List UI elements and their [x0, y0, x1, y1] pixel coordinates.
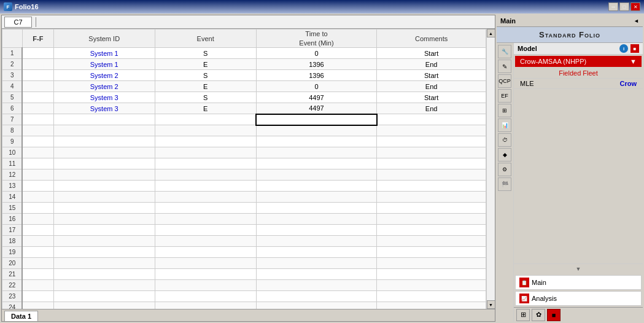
table-row[interactable]: 19 [2, 247, 486, 258]
cell-event[interactable] [155, 169, 256, 181]
cell-ff[interactable] [22, 158, 53, 169]
cell-comments[interactable] [377, 192, 486, 203]
cell-comments[interactable] [377, 225, 486, 236]
cell-sysid[interactable] [53, 203, 155, 214]
cell-ff[interactable] [22, 280, 53, 291]
cell-comments[interactable] [377, 214, 486, 225]
cell-ff[interactable] [22, 225, 53, 236]
cell-comments[interactable]: Start [377, 70, 486, 81]
table-row[interactable]: 18 [2, 236, 486, 247]
cell-sysid[interactable]: System 1 [53, 48, 155, 59]
table-row[interactable]: 20 [2, 258, 486, 269]
table-row[interactable]: 16 [2, 214, 486, 225]
cell-comments[interactable]: Start [377, 48, 486, 59]
table-row[interactable]: 9 [2, 136, 486, 147]
cell-time[interactable] [256, 192, 377, 203]
qcp-icon[interactable]: QCP [498, 74, 511, 88]
cell-sysid[interactable] [53, 225, 155, 236]
expand-arrow[interactable]: ▼ [514, 263, 643, 274]
cell-time[interactable] [256, 280, 377, 291]
cell-comments[interactable] [377, 158, 486, 169]
cell-event[interactable] [155, 225, 256, 236]
cell-sysid[interactable] [53, 291, 155, 302]
cell-comments[interactable] [377, 269, 486, 280]
info-icon[interactable]: i [619, 44, 628, 53]
cell-event[interactable]: S [155, 92, 256, 103]
config-icon[interactable]: ⚙ [498, 163, 511, 176]
cell-event[interactable]: E [155, 103, 256, 114]
table-row[interactable]: 4System 2E0End [2, 81, 486, 92]
cell-time[interactable]: 0 [256, 81, 377, 92]
cell-comments[interactable] [377, 125, 486, 136]
cell-comments[interactable] [377, 291, 486, 302]
minimize-button[interactable]: ─ [608, 2, 618, 11]
cell-ff[interactable] [22, 181, 53, 192]
table-row[interactable]: 8 [2, 125, 486, 136]
cell-sysid[interactable] [53, 247, 155, 258]
table-row[interactable]: 11 [2, 158, 486, 169]
table-row[interactable]: 5System 3S4497Start [2, 92, 486, 103]
cell-comments[interactable] [377, 280, 486, 291]
nav-item-main[interactable]: 📋 Main [515, 275, 642, 290]
cell-sysid[interactable]: System 2 [53, 70, 155, 81]
cell-sysid[interactable] [53, 192, 155, 203]
cell-ff[interactable] [22, 147, 53, 158]
cell-comments[interactable]: Start [377, 92, 486, 103]
cell-sysid[interactable] [53, 169, 155, 181]
cell-ff[interactable] [22, 70, 53, 81]
cell-sysid[interactable] [53, 136, 155, 147]
table-row[interactable]: 17 [2, 225, 486, 236]
cell-comments[interactable] [377, 203, 486, 214]
cell-time[interactable] [256, 291, 377, 302]
cell-time[interactable] [256, 203, 377, 214]
cell-event[interactable] [155, 236, 256, 247]
cell-ff[interactable] [22, 103, 53, 114]
cell-sysid[interactable] [53, 114, 155, 125]
calc-icon[interactable]: ⊞ [498, 104, 511, 117]
cell-time[interactable] [256, 247, 377, 258]
cell-time[interactable]: 4497 [256, 103, 377, 114]
restore-button[interactable]: □ [619, 2, 629, 11]
cell-sysid[interactable] [53, 302, 155, 309]
model-dropdown[interactable]: Crow-AMSAA (NHPP) ▼ [515, 56, 642, 67]
chart-icon[interactable]: 📊 [498, 119, 511, 132]
cell-ff[interactable] [22, 214, 53, 225]
ef-icon[interactable]: EF [498, 89, 511, 103]
cell-time[interactable]: 1396 [256, 70, 377, 81]
cell-ff[interactable] [22, 269, 53, 280]
table-row[interactable]: 2System 1E1396End [2, 59, 486, 70]
cell-time[interactable] [256, 269, 377, 280]
scroll-down-arrow[interactable]: ▼ [487, 300, 495, 309]
table-row[interactable]: 22 [2, 280, 486, 291]
cell-event[interactable] [155, 203, 256, 214]
cell-ff[interactable] [22, 59, 53, 70]
cell-ff[interactable] [22, 92, 53, 103]
cell-event[interactable] [155, 302, 256, 309]
cell-sysid[interactable] [53, 269, 155, 280]
model-close-icon[interactable]: ■ [630, 44, 639, 53]
table-row[interactable]: 10 [2, 147, 486, 158]
toolbar-settings-icon[interactable]: ✿ [532, 309, 545, 321]
collapse-arrow[interactable]: ◄ [634, 18, 639, 24]
cell-ff[interactable] [22, 48, 53, 59]
cell-time[interactable] [256, 258, 377, 269]
cell-event[interactable]: S [155, 70, 256, 81]
table-row[interactable]: 15 [2, 203, 486, 214]
cell-ff[interactable] [22, 136, 53, 147]
cell-time[interactable] [256, 181, 377, 192]
cell-time[interactable] [256, 114, 377, 125]
cell-comments[interactable] [377, 236, 486, 247]
cell-comments[interactable] [377, 302, 486, 309]
cell-ff[interactable] [22, 291, 53, 302]
tab-data1[interactable]: Data 1 [4, 311, 38, 321]
cell-time[interactable] [256, 147, 377, 158]
cell-time[interactable] [256, 158, 377, 169]
cell-ff[interactable] [22, 125, 53, 136]
scroll-up-arrow[interactable]: ▲ [487, 29, 495, 37]
cell-address-input[interactable] [4, 17, 32, 28]
cell-event[interactable] [155, 192, 256, 203]
cell-ff[interactable] [22, 81, 53, 92]
cell-ff[interactable] [22, 114, 53, 125]
cell-event[interactable] [155, 291, 256, 302]
cell-sysid[interactable] [53, 214, 155, 225]
